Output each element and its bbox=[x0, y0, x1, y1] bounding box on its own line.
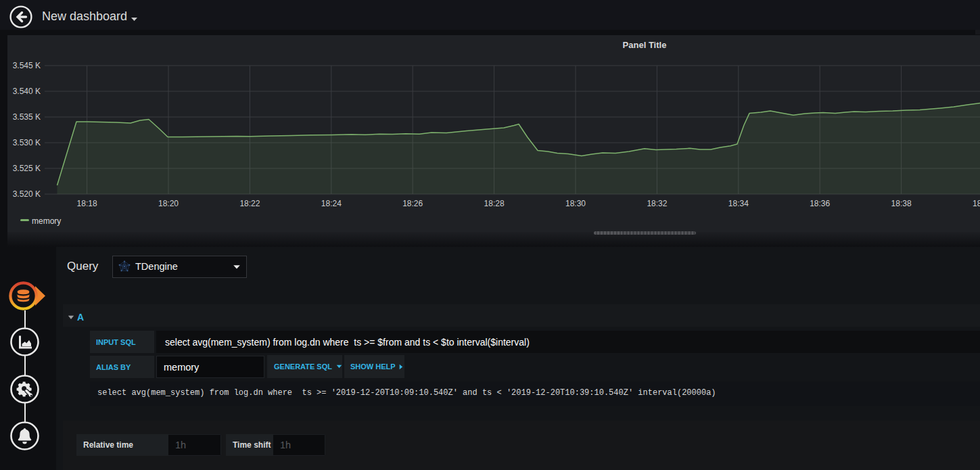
svg-text:18:30: 18:30 bbox=[565, 199, 586, 208]
svg-text:18:32: 18:32 bbox=[647, 199, 667, 208]
svg-text:18:34: 18:34 bbox=[728, 199, 749, 208]
svg-text:3.540 K: 3.540 K bbox=[13, 87, 41, 96]
svg-text:3.530 K: 3.530 K bbox=[13, 138, 41, 147]
svg-text:3.535 K: 3.535 K bbox=[13, 112, 41, 122]
svg-text:memory: memory bbox=[32, 216, 61, 226]
svg-text:3.520 K: 3.520 K bbox=[13, 189, 41, 199]
svg-text:18:24: 18:24 bbox=[321, 199, 342, 208]
svg-text:3.545 K: 3.545 K bbox=[13, 61, 41, 70]
svg-text:Panel Title: Panel Title bbox=[623, 40, 667, 50]
svg-text:18:36: 18:36 bbox=[810, 199, 830, 208]
svg-text:18:18: 18:18 bbox=[77, 199, 97, 208]
svg-text:18:40: 18:40 bbox=[973, 199, 980, 208]
svg-text:3.525 K: 3.525 K bbox=[13, 164, 41, 173]
svg-text:18:38: 18:38 bbox=[891, 199, 912, 208]
svg-text:18:26: 18:26 bbox=[402, 199, 423, 208]
svg-text:18:28: 18:28 bbox=[484, 199, 505, 208]
svg-text:18:22: 18:22 bbox=[239, 199, 260, 208]
svg-text:18:20: 18:20 bbox=[158, 199, 179, 208]
